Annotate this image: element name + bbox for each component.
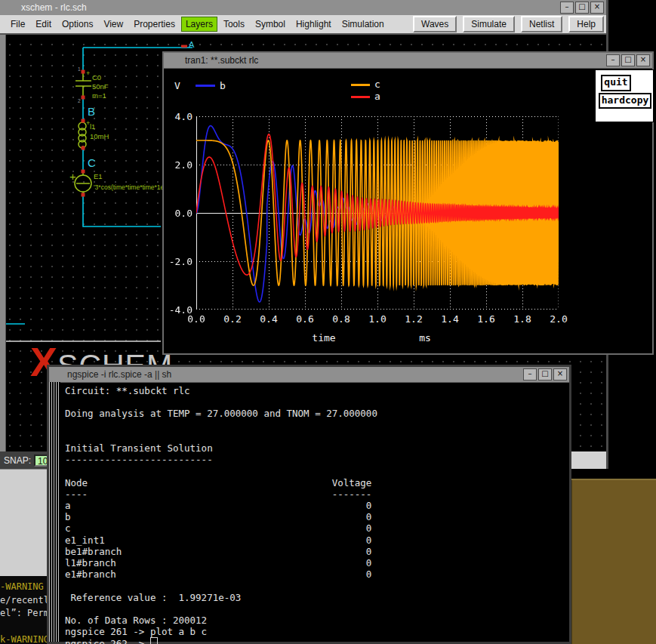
terminal-window-controls: – □ × bbox=[523, 368, 569, 381]
terminal-prompt: ngspice 262 -> bbox=[65, 638, 150, 644]
simulate-button[interactable]: Simulate bbox=[463, 16, 515, 32]
close-button[interactable]: × bbox=[636, 54, 650, 66]
svg-text:1: 1 bbox=[78, 66, 81, 72]
legend-swatch-b bbox=[196, 85, 215, 87]
xschem-titlebar[interactable]: xschem - rlc.sch – □ × bbox=[0, 0, 606, 16]
help-button[interactable]: Help bbox=[568, 16, 604, 32]
background-window-fragment bbox=[0, 469, 47, 579]
x-tick-label: 1.4 bbox=[438, 313, 462, 325]
svg-text:+: + bbox=[86, 69, 90, 77]
maximize-button[interactable]: □ bbox=[575, 2, 589, 14]
svg-text:2: 2 bbox=[78, 98, 81, 103]
netlist-button[interactable]: Netlist bbox=[521, 16, 562, 32]
bg-terminal-line: -WARNING bbox=[0, 581, 47, 594]
menu-edit[interactable]: Edit bbox=[31, 17, 56, 32]
minimize-button[interactable]: – bbox=[606, 54, 620, 66]
source-e1[interactable]: + E1 '3*cos(time*time*time*1e11)' bbox=[69, 170, 174, 195]
y-unit-label: V bbox=[174, 80, 180, 91]
maximize-button[interactable]: □ bbox=[538, 368, 552, 381]
x-axis-unit: ms bbox=[410, 332, 440, 344]
xschem-window-title: xschem - rlc.sch bbox=[0, 2, 87, 13]
background-terminal-fragment[interactable]: -WARNINGe/recentlyel”: Perm k-WARNING bbox=[0, 576, 47, 644]
maximize-button[interactable]: □ bbox=[621, 54, 635, 66]
x-tick-label: 1.2 bbox=[402, 313, 426, 325]
legend-label-b: b bbox=[220, 80, 226, 91]
plot-control-panel: quit hardcopy bbox=[595, 69, 654, 122]
quit-button[interactable]: quit bbox=[601, 75, 631, 91]
y-tick-label: 4.0 bbox=[165, 111, 192, 122]
xschem-window-controls: – □ × bbox=[560, 2, 606, 14]
plot-window-title: tran1: **.subckt rlc bbox=[164, 55, 258, 66]
menu-highlight[interactable]: Highlight bbox=[291, 17, 336, 32]
capacitor-value: 50nF bbox=[92, 82, 109, 91]
inductor-name: l1 bbox=[90, 122, 95, 131]
y-tick-label: 2.0 bbox=[165, 159, 192, 171]
snap-label: SNAP: bbox=[4, 455, 31, 466]
x-tick-label: 1.6 bbox=[474, 313, 498, 325]
terminal-titlebar[interactable]: ngspice -i rlc.spice -a || sh – □ × bbox=[49, 367, 569, 383]
x-tick-label: 0.0 bbox=[184, 313, 208, 325]
ngspice-terminal-window: ngspice -i rlc.spice -a || sh – □ × Circ… bbox=[47, 365, 571, 644]
desktop: -WARNINGe/recentlyel”: Perm k-WARNING xs… bbox=[0, 0, 656, 644]
x-tick-label: 2.0 bbox=[547, 313, 571, 325]
legend-label-c: c bbox=[374, 79, 380, 90]
x-tick-label: 0.8 bbox=[329, 313, 353, 325]
svg-text:+: + bbox=[69, 170, 76, 183]
net-label-c[interactable]: C bbox=[88, 156, 96, 169]
net-label-a[interactable]: A bbox=[189, 40, 195, 49]
terminal-output-area[interactable]: Circuit: **.subckt rlc Doing analysis at… bbox=[65, 385, 566, 642]
net-label-b[interactable]: B bbox=[88, 105, 95, 118]
x-tick-label: 0.6 bbox=[293, 313, 317, 325]
x-tick-label: 0.2 bbox=[220, 313, 245, 325]
minimize-button[interactable]: – bbox=[523, 368, 537, 381]
bg-terminal-line: k-WARNING bbox=[0, 633, 47, 644]
close-button[interactable]: × bbox=[590, 2, 604, 14]
capacitor-name: C0 bbox=[92, 73, 101, 82]
waves-button[interactable]: Waves bbox=[413, 16, 457, 32]
plot-window: tran1: **.subckt rlc – □ × V b c a quit … bbox=[162, 51, 654, 355]
waveform-plot[interactable] bbox=[196, 116, 559, 310]
x-tick-label: 0.4 bbox=[257, 313, 281, 325]
menu-simulation[interactable]: Simulation bbox=[337, 17, 389, 32]
x-axis-label: time bbox=[301, 332, 346, 344]
legend-swatch-c bbox=[351, 84, 370, 86]
x-tick-label: 1.8 bbox=[510, 313, 534, 325]
xschem-left-border bbox=[0, 35, 6, 451]
legend-label-a: a bbox=[374, 91, 380, 102]
menu-options[interactable]: Options bbox=[57, 17, 97, 32]
terminal-prompt-line: ngspice 262 -> bbox=[65, 637, 566, 644]
plot-window-controls: – □ × bbox=[606, 54, 652, 66]
terminal-window-title: ngspice -i rlc.spice -a || sh bbox=[49, 369, 171, 380]
legend-swatch-a bbox=[351, 96, 370, 98]
y-tick-label: -2.0 bbox=[165, 256, 192, 267]
plot-titlebar[interactable]: tran1: **.subckt rlc – □ × bbox=[164, 53, 652, 69]
menu-symbol[interactable]: Symbol bbox=[251, 17, 290, 32]
hardcopy-button[interactable]: hardcopy bbox=[599, 93, 651, 109]
xschem-menubar: File Edit Options View Properties Layers… bbox=[0, 15, 606, 35]
terminal-cursor bbox=[150, 637, 158, 644]
bg-terminal-line: el”: Perm bbox=[0, 607, 47, 621]
menu-properties[interactable]: Properties bbox=[129, 17, 180, 32]
terminal-output: Circuit: **.subckt rlc Doing analysis at… bbox=[65, 385, 566, 637]
menu-view[interactable]: View bbox=[99, 17, 128, 32]
source-name: E1 bbox=[94, 172, 103, 180]
capacitor-c0[interactable]: + 1 2 C0 50nF m=1 bbox=[75, 66, 109, 103]
menu-file[interactable]: File bbox=[6, 17, 29, 32]
bg-terminal-line bbox=[0, 621, 47, 634]
bg-terminal-line: e/recently bbox=[0, 594, 47, 608]
background-olive-window bbox=[568, 479, 656, 644]
capacitor-attr: m=1 bbox=[92, 91, 106, 100]
terminal-scrollbar[interactable] bbox=[49, 382, 60, 642]
inductor-l1[interactable]: + l1 10mH bbox=[79, 119, 109, 148]
y-tick-label: 0.0 bbox=[165, 208, 192, 219]
minimize-button[interactable]: – bbox=[560, 2, 574, 14]
menu-tools[interactable]: Tools bbox=[219, 17, 249, 32]
x-tick-label: 1.0 bbox=[365, 313, 390, 325]
inductor-value: 10mH bbox=[90, 132, 109, 140]
close-button[interactable]: × bbox=[553, 368, 567, 381]
menu-layers[interactable]: Layers bbox=[181, 17, 217, 32]
